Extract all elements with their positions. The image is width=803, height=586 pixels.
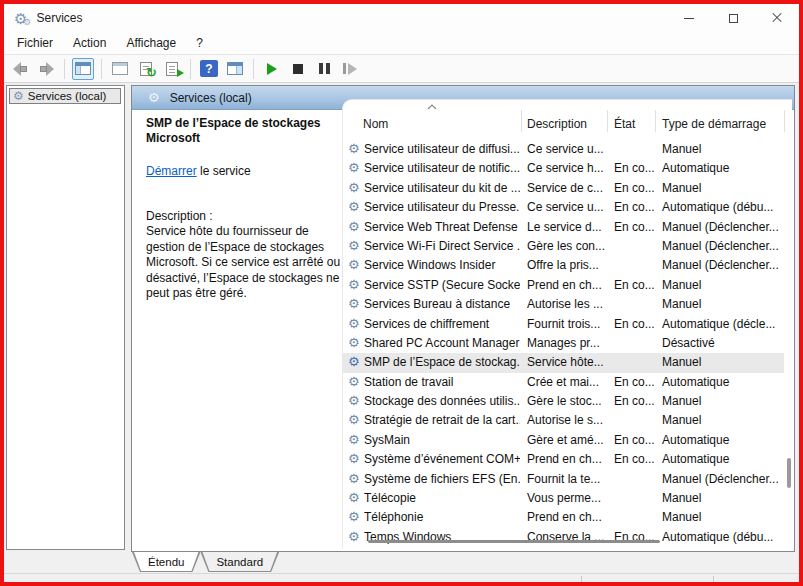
pause-service-button[interactable]: [313, 58, 335, 80]
table-row[interactable]: ⚙ Système de fichiers EFS (En... Fournit…: [343, 470, 784, 489]
refresh-button[interactable]: ↻: [135, 58, 157, 80]
cell-description: Service hôte...: [527, 355, 607, 369]
table-row[interactable]: ⚙ Télécopie Vous perme... Manuel: [343, 489, 784, 508]
service-gear-icon: ⚙: [348, 142, 360, 155]
cell-type-demarrage: Manuel: [662, 394, 782, 408]
table-row[interactable]: ⚙ Services Bureau à distance Autorise le…: [343, 295, 784, 314]
cell-type-demarrage: Manuel: [662, 510, 782, 524]
table-row[interactable]: ⚙ Stockage des données utilis... Gère le…: [343, 392, 784, 411]
cell-description: Service de c...: [527, 181, 607, 195]
status-divider: [713, 576, 714, 582]
cell-description: Offre la pris...: [527, 258, 607, 272]
cell-name: Services de chiffrement: [364, 317, 520, 331]
table-row[interactable]: ⚙ Service Windows Insider Offre la pris.…: [343, 256, 784, 275]
tab-etendu[interactable]: Étendu: [132, 552, 200, 572]
column-header-description[interactable]: Description: [527, 117, 587, 131]
column-divider[interactable]: [655, 110, 656, 132]
cell-type-demarrage: Automatique (débu...: [662, 530, 782, 544]
table-row[interactable]: ⚙ Shared PC Account Manager Manages pr..…: [343, 334, 784, 353]
menu-help[interactable]: ?: [186, 34, 213, 52]
cell-description: Ce service h...: [527, 161, 607, 175]
description-label: Description :: [146, 209, 213, 223]
cell-description: Ce service u...: [527, 142, 607, 156]
cell-description: Gère les con...: [527, 239, 607, 253]
cell-description: Autorise le s...: [527, 413, 607, 427]
service-gear-icon: ⚙: [348, 452, 360, 465]
toolbar-separator: [101, 59, 102, 79]
cell-type-demarrage: Manuel (Déclencher...: [662, 472, 782, 486]
table-row[interactable]: ⚙ Service utilisateur de notific... Ce s…: [343, 159, 784, 178]
cell-name: SMP de l’Espace de stockag...: [364, 355, 520, 369]
minimize-button[interactable]: [667, 4, 711, 32]
back-button[interactable]: [9, 58, 31, 80]
service-gear-icon: ⚙: [348, 161, 360, 174]
tree-item-services-local[interactable]: ⚙ Services (local): [9, 88, 121, 104]
menu-fichier[interactable]: Fichier: [7, 34, 63, 52]
column-header-nom[interactable]: Nom: [363, 117, 388, 131]
menu-action[interactable]: Action: [63, 34, 116, 52]
close-button[interactable]: [755, 4, 799, 32]
show-console-tree-button[interactable]: [72, 58, 94, 80]
forward-button[interactable]: [35, 58, 57, 80]
start-service-link[interactable]: Démarrer: [146, 164, 197, 178]
table-row[interactable]: ⚙ Stratégie de retrait de la cart... Aut…: [343, 411, 784, 430]
cell-name: Téléphonie: [364, 510, 520, 524]
export-list-button[interactable]: [161, 58, 183, 80]
cell-description: Le service d...: [527, 220, 607, 234]
menu-affichage[interactable]: Affichage: [116, 34, 186, 52]
vertical-scrollbar-thumb[interactable]: [787, 458, 791, 488]
maximize-button[interactable]: [711, 4, 755, 32]
table-row[interactable]: ⚙ Téléphonie Prend en ch... Manuel: [343, 508, 784, 527]
cell-type-demarrage: Manuel (Déclencher...: [662, 258, 782, 272]
help-icon: ?: [200, 60, 218, 77]
play-icon: [267, 63, 277, 75]
stop-service-button[interactable]: [287, 58, 309, 80]
service-gear-icon: ⚙: [348, 375, 360, 388]
extended-detail-panel: SMP de l’Espace de stockages Microsoft D…: [132, 110, 342, 551]
tab-standard[interactable]: Standard: [200, 552, 279, 572]
start-service-button[interactable]: [261, 58, 283, 80]
cell-type-demarrage: Manuel: [662, 491, 782, 505]
column-divider[interactable]: [607, 110, 608, 132]
properties-button[interactable]: [109, 58, 131, 80]
service-gear-icon: ⚙: [348, 181, 360, 194]
table-row[interactable]: ⚙ SysMain Gère et amé... En co... Automa…: [343, 431, 784, 450]
cell-type-demarrage: Manuel: [662, 278, 782, 292]
column-header-type-demarrage[interactable]: Type de démarrage: [662, 117, 766, 131]
show-action-pane-button[interactable]: [224, 58, 246, 80]
cell-description: Manages pr...: [527, 336, 607, 350]
table-row[interactable]: ⚙ Service Web Threat Defense Le service …: [343, 218, 784, 237]
cell-name: Service Windows Insider: [364, 258, 520, 272]
cell-description: Prend en ch...: [527, 278, 607, 292]
table-row[interactable]: ⚙ Service utilisateur de diffusi... Ce s…: [343, 140, 784, 159]
table-row[interactable]: ⚙ SMP de l’Espace de stockag... Service …: [343, 353, 784, 372]
service-table-header: Nom Description État Type de démarrage: [343, 100, 792, 140]
table-row[interactable]: ⚙ Service Wi-Fi Direct Service ... Gère …: [343, 237, 784, 256]
menu-bar: Fichier Action Affichage ?: [4, 32, 799, 54]
properties-icon: [112, 62, 128, 75]
table-row[interactable]: ⚙ Services de chiffrement Fournit trois.…: [343, 315, 784, 334]
title-bar[interactable]: ⚙⚙ Services: [4, 4, 799, 32]
table-row[interactable]: ⚙ Station de travail Crée et mai... En c…: [343, 373, 784, 392]
cell-etat: En co...: [614, 452, 656, 466]
table-row[interactable]: ⚙ Service SSTP (Secure Socket... Prend e…: [343, 276, 784, 295]
table-row[interactable]: ⚙ Temps Windows Conserve la ... En co...…: [343, 528, 784, 547]
column-divider[interactable]: [784, 110, 785, 132]
service-gear-icon: ⚙: [348, 472, 360, 485]
horizontal-scrollbar-thumb[interactable]: [368, 540, 660, 543]
cell-type-demarrage: Désactivé: [662, 336, 782, 350]
cell-description: Autorise les ...: [527, 297, 607, 311]
table-row[interactable]: ⚙ Service utilisateur du kit de ... Serv…: [343, 179, 784, 198]
restart-service-button[interactable]: [339, 58, 361, 80]
cell-etat: En co...: [614, 278, 656, 292]
service-list-panel: Nom Description État Type de démarrage ⚙…: [342, 99, 792, 549]
column-divider[interactable]: [521, 110, 522, 132]
cell-etat: En co...: [614, 394, 656, 408]
table-row[interactable]: ⚙ Système d’événement COM+ Prend en ch..…: [343, 450, 784, 469]
table-row[interactable]: ⚙ Service utilisateur du Presse... Ce se…: [343, 198, 784, 217]
service-action-line: Démarrer le service: [146, 164, 251, 178]
column-header-etat[interactable]: État: [614, 117, 635, 131]
service-gear-icon: ⚙: [348, 200, 360, 213]
help-button[interactable]: ?: [198, 58, 220, 80]
cell-name: Service SSTP (Secure Socket...: [364, 278, 520, 292]
